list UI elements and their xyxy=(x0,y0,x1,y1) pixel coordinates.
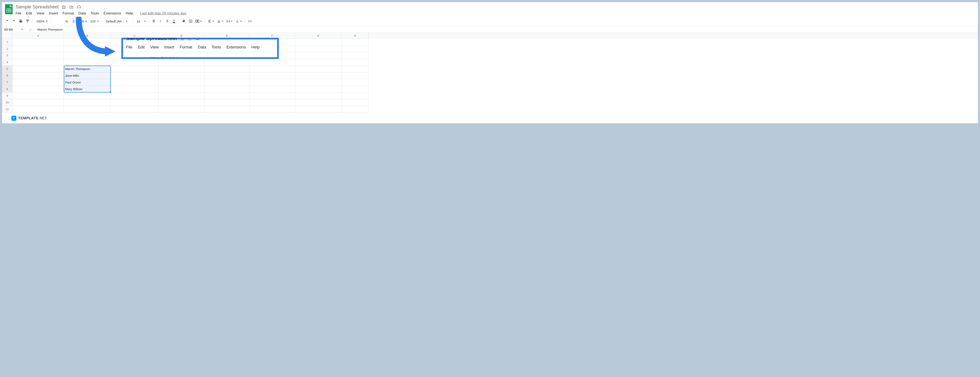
cell[interactable] xyxy=(250,59,295,66)
cell[interactable] xyxy=(341,39,369,46)
last-edit-link[interactable]: Last edit was 29 minutes ago xyxy=(140,11,186,16)
cell[interactable] xyxy=(295,106,341,112)
cell[interactable] xyxy=(295,46,341,52)
cell[interactable] xyxy=(111,79,159,86)
cell-B5[interactable]: Marvin Thompson xyxy=(64,66,111,72)
fill-color-button[interactable] xyxy=(181,18,187,24)
row-header[interactable]: 7 xyxy=(2,79,13,86)
undo-button[interactable] xyxy=(4,18,11,24)
zoom-dropdown[interactable]: 100% xyxy=(34,19,49,23)
paint-format-button[interactable] xyxy=(24,18,31,24)
v-align-dropdown[interactable] xyxy=(216,19,224,23)
cell[interactable] xyxy=(64,39,111,46)
cell[interactable] xyxy=(111,86,159,92)
cell[interactable] xyxy=(250,66,295,72)
cell[interactable] xyxy=(341,72,369,79)
cell[interactable] xyxy=(159,72,204,79)
cell[interactable] xyxy=(64,46,111,52)
cell[interactable] xyxy=(159,66,204,72)
merge-cells-dropdown[interactable] xyxy=(194,19,203,23)
cell[interactable] xyxy=(204,79,250,86)
cell[interactable] xyxy=(13,59,64,66)
cell[interactable] xyxy=(295,79,341,86)
row-header[interactable]: 11 xyxy=(2,106,13,112)
borders-button[interactable] xyxy=(188,18,194,24)
cell[interactable] xyxy=(13,46,64,52)
cell[interactable] xyxy=(295,86,341,92)
cell[interactable] xyxy=(111,59,159,66)
cell[interactable] xyxy=(341,46,369,52)
star-icon[interactable] xyxy=(62,5,66,9)
insert-link-button[interactable] xyxy=(247,18,253,24)
cell[interactable] xyxy=(204,86,250,92)
cell[interactable] xyxy=(204,92,250,99)
cell[interactable] xyxy=(13,39,64,46)
cell[interactable] xyxy=(159,106,204,112)
cloud-status-icon[interactable] xyxy=(76,5,81,9)
cell[interactable] xyxy=(250,106,295,112)
cell[interactable] xyxy=(159,86,204,92)
sheets-logo[interactable] xyxy=(5,4,13,15)
menu-view[interactable]: View xyxy=(37,11,45,16)
cell[interactable] xyxy=(341,99,369,106)
increase-decimal-button[interactable]: .00 xyxy=(78,18,88,24)
format-percent-button[interactable]: % xyxy=(64,18,70,24)
cell[interactable] xyxy=(13,92,64,99)
cell[interactable] xyxy=(295,59,341,66)
cell[interactable] xyxy=(204,99,250,106)
redo-button[interactable] xyxy=(11,18,17,24)
cell[interactable] xyxy=(13,72,64,79)
cell[interactable] xyxy=(64,52,111,59)
menu-data[interactable]: Data xyxy=(78,11,86,16)
cell[interactable] xyxy=(159,92,204,99)
cell[interactable] xyxy=(204,106,250,112)
menu-format[interactable]: Format xyxy=(62,11,74,16)
decrease-decimal-button[interactable]: .0 xyxy=(70,18,78,24)
cell-B8[interactable]: Mary Wilson xyxy=(64,86,111,92)
cell[interactable] xyxy=(250,79,295,86)
cell[interactable] xyxy=(341,106,369,112)
row-header[interactable]: 9 xyxy=(2,92,13,99)
cell[interactable] xyxy=(13,79,64,86)
h-align-dropdown[interactable] xyxy=(207,19,215,23)
cell[interactable] xyxy=(204,59,250,66)
col-header-G[interactable]: G xyxy=(295,33,341,39)
cell[interactable] xyxy=(64,92,111,99)
text-wrap-dropdown[interactable] xyxy=(225,19,234,23)
cell[interactable] xyxy=(111,72,159,79)
row-header[interactable]: 4 xyxy=(2,59,13,66)
cell[interactable] xyxy=(250,99,295,106)
row-header[interactable]: 2 xyxy=(2,46,13,52)
text-color-button[interactable]: A xyxy=(171,18,177,24)
cell[interactable] xyxy=(159,79,204,86)
row-header[interactable]: 10 xyxy=(2,99,13,106)
font-size-dropdown[interactable]: 10 xyxy=(135,19,147,23)
cell[interactable] xyxy=(13,86,64,92)
name-box[interactable]: B5:B8 xyxy=(2,26,25,33)
menu-insert[interactable]: Insert xyxy=(49,11,58,16)
menu-tools[interactable]: Tools xyxy=(91,11,99,16)
cell[interactable] xyxy=(111,106,159,112)
strikethrough-button[interactable]: S xyxy=(164,18,170,24)
move-folder-icon[interactable] xyxy=(69,5,74,9)
cell[interactable] xyxy=(13,99,64,106)
cell[interactable] xyxy=(295,52,341,59)
cell[interactable] xyxy=(64,99,111,106)
cell[interactable] xyxy=(13,66,64,72)
formula-input[interactable]: Marvin Thompson xyxy=(36,28,978,31)
cell[interactable] xyxy=(295,39,341,46)
cell[interactable] xyxy=(250,92,295,99)
cell[interactable] xyxy=(64,59,111,66)
cell[interactable] xyxy=(159,99,204,106)
cell[interactable] xyxy=(341,59,369,66)
bold-button[interactable]: B xyxy=(151,18,157,24)
cell[interactable] xyxy=(295,66,341,72)
number-format-dropdown[interactable]: 123 xyxy=(88,19,100,23)
menu-file[interactable]: File xyxy=(16,11,21,16)
cell[interactable] xyxy=(295,72,341,79)
cell[interactable] xyxy=(250,72,295,79)
menu-extensions[interactable]: Extensions xyxy=(103,11,121,16)
cell[interactable] xyxy=(204,66,250,72)
menu-help[interactable]: Help xyxy=(126,11,133,16)
print-button[interactable] xyxy=(18,18,24,24)
